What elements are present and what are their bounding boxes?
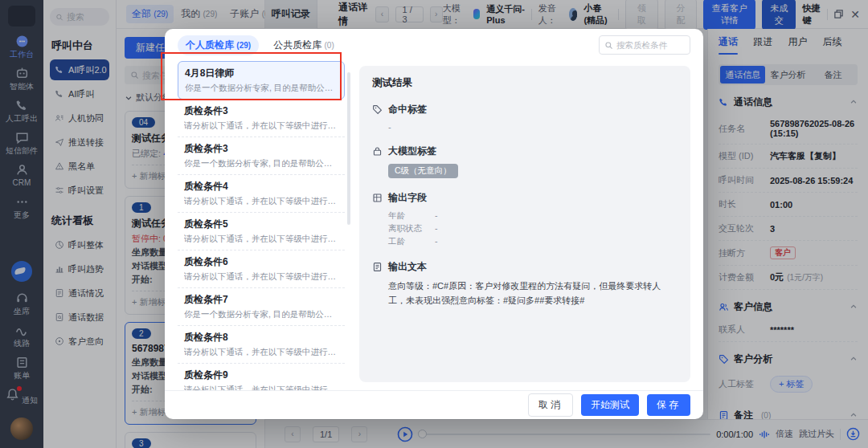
condition-desc: 你是一个数据分析专家, 目的是帮助公司分析各类... <box>185 83 338 94</box>
output-field-row: 工龄- <box>388 236 678 247</box>
output-fields-section: 输出字段 <box>372 191 678 205</box>
tab-personal-library[interactable]: 个人质检库 (29) <box>178 35 259 55</box>
test-result-title: 测试结果 <box>372 76 678 90</box>
hit-tags-section: 命中标签 <box>372 103 678 116</box>
condition-desc: 你是一个数据分析专家, 目的是帮助公司分析各类... <box>184 309 338 320</box>
field-value: - <box>435 236 438 247</box>
condition-desc: 请分析以下通话，并在以下等级中进行评级 A：客... <box>184 347 338 358</box>
condition-list: 4月8日律师 你是一个数据分析专家, 目的是帮助公司分析各类... 质检条件3 … <box>178 61 345 390</box>
field-label: 离职状态 <box>388 223 435 234</box>
condition-item[interactable]: 质检条件7 你是一个数据分析专家, 目的是帮助公司分析各类... <box>178 288 345 326</box>
save-button[interactable]: 保存 <box>647 394 690 416</box>
model-grade-badge: C级（无意向） <box>388 164 458 178</box>
condition-title: 4月8日律师 <box>185 67 338 80</box>
tab-label: 个人质检库 <box>186 39 234 51</box>
field-value: - <box>435 223 438 234</box>
condition-desc: 请分析以下通话，并在以下等级中进行评级 A：客... <box>184 196 338 207</box>
lock-icon <box>372 146 383 157</box>
condition-item[interactable]: 质检条件4 请分析以下通话，并在以下等级中进行评级 A：客... <box>178 175 345 213</box>
condition-item[interactable]: 质检条件5 请分析以下通话，并在以下等级中进行评级 A：客... <box>178 213 345 250</box>
section-title: 命中标签 <box>388 103 427 116</box>
modal-header: 个人质检库 (29) 公共质检库 (0) <box>165 29 703 61</box>
condition-item[interactable]: 质检条件3 你是一个数据分析专家, 目的是帮助公司分析各类... <box>178 137 345 175</box>
condition-item[interactable]: 质检条件6 请分析以下通话，并在以下等级中进行评级 A：客... <box>178 250 345 288</box>
quality-check-library-modal: 个人质检库 (29) 公共质检库 (0) 4月8日律师 你是一个数据分析专家, … <box>165 29 703 419</box>
grid-icon <box>372 193 383 203</box>
model-tags-section: 大模型标签 <box>372 145 678 158</box>
condition-title: 质检条件4 <box>184 180 338 193</box>
tab-count: (29) <box>236 41 251 50</box>
tab-label: 公共质检库 <box>273 39 321 51</box>
library-search-input[interactable] <box>616 40 681 50</box>
field-value: - <box>435 210 438 222</box>
condition-item[interactable]: 质检条件8 请分析以下通话，并在以下等级中进行评级 A：客... <box>178 326 345 364</box>
output-text-value: 意向等级：#C#原因：客户对修改里程的方法有疑问，但最终要求转人工，未表现出强烈… <box>388 279 678 307</box>
field-label: 工龄 <box>388 236 435 247</box>
output-field-row: 年龄- <box>388 210 678 222</box>
condition-title: 质检条件5 <box>184 218 338 231</box>
tag-icon <box>372 104 383 115</box>
tab-public-library[interactable]: 公共质检库 (0) <box>273 39 334 52</box>
section-title: 输出字段 <box>388 191 427 205</box>
condition-desc: 请分析以下通话，并在以下等级中进行评级 A：客... <box>184 271 338 283</box>
condition-desc: 请分析以下通话，并在以下等级中进行评级 A：客... <box>184 234 338 245</box>
condition-desc: 请分析以下通话，并在以下等级中进行评级 A：客... <box>184 120 338 132</box>
list-scrollbar[interactable] <box>347 72 350 225</box>
search-icon <box>604 41 613 50</box>
start-test-button[interactable]: 开始测试 <box>581 394 639 416</box>
output-text-section: 输出文本 <box>372 260 678 274</box>
condition-title: 质检条件6 <box>184 255 338 269</box>
condition-title: 质检条件7 <box>184 293 338 307</box>
tab-count: (0) <box>324 41 334 50</box>
document-icon <box>372 262 383 272</box>
section-title: 大模型标签 <box>388 145 436 158</box>
condition-desc: 请分析以下通话，并在以下等级中进行评级 A：客... <box>184 385 338 390</box>
section-title: 输出文本 <box>388 260 427 274</box>
condition-item[interactable]: 质检条件9 请分析以下通话，并在以下等级中进行评级 A：客... <box>178 364 345 390</box>
output-field-row: 离职状态- <box>388 223 678 234</box>
library-search[interactable] <box>599 35 690 55</box>
cancel-button[interactable]: 取消 <box>528 393 573 417</box>
condition-title: 质检条件3 <box>184 104 338 118</box>
modal-body: 4月8日律师 你是一个数据分析专家, 目的是帮助公司分析各类... 质检条件3 … <box>165 61 703 390</box>
condition-item[interactable]: 质检条件3 请分析以下通话，并在以下等级中进行评级 A：客... <box>178 100 345 137</box>
modal-footer: 取消 开始测试 保存 <box>165 390 703 419</box>
condition-title: 质检条件9 <box>184 369 338 382</box>
hit-tags-value: - <box>388 122 678 132</box>
condition-desc: 你是一个数据分析专家, 目的是帮助公司分析各类... <box>184 158 338 169</box>
test-result-panel: 测试结果 命中标签 - 大模型标签 C级（无意向） 输出字段 年龄- 离职状态-… <box>359 66 690 382</box>
condition-title: 质检条件8 <box>184 331 338 344</box>
condition-item-selected[interactable]: 4月8日律师 你是一个数据分析专家, 目的是帮助公司分析各类... <box>178 61 345 100</box>
condition-title: 质检条件3 <box>184 142 338 156</box>
field-label: 年龄 <box>388 210 435 222</box>
